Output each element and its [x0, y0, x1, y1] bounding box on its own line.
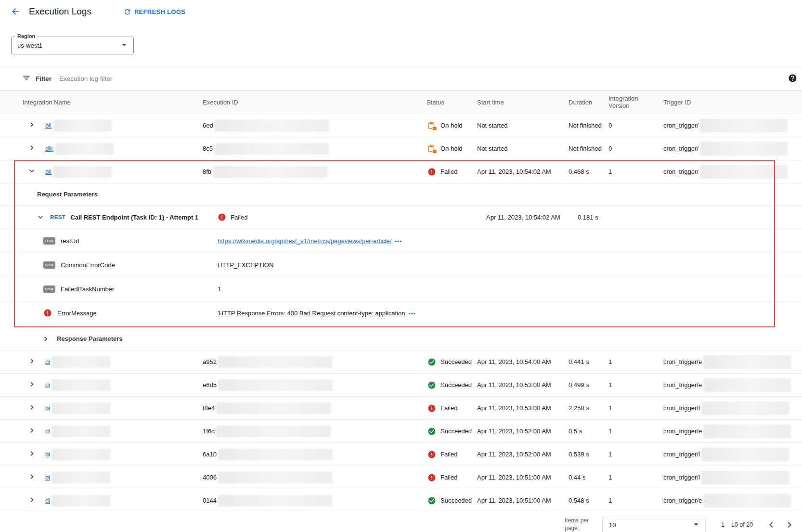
integration-name-link[interactable]: bil [45, 122, 52, 129]
items-per-page-value: 10 [609, 521, 616, 529]
succeeded-icon [427, 427, 436, 436]
redacted-integration-name [53, 119, 112, 132]
response-parameters-header: Response Parameters [0, 327, 802, 350]
execution-id-text: 6a10 [203, 451, 217, 458]
expand-chevron-icon[interactable] [27, 449, 37, 458]
duration: 0.548 s [566, 497, 606, 504]
failed-icon [427, 473, 436, 482]
start-time: Apr 11, 2023, 10:54:00 AM [474, 358, 566, 365]
collapse-task-chevron-icon[interactable] [36, 212, 45, 222]
parameter-value: HTTP_EXCEPTION [218, 261, 273, 269]
redacted-execution-id [218, 448, 333, 461]
integration-name-link[interactable]: bil [45, 168, 52, 175]
expand-chevron-icon[interactable] [27, 402, 37, 412]
redacted-execution-id [216, 425, 331, 438]
more-icon[interactable]: ••• [395, 238, 402, 244]
status-text: Succeeded [440, 358, 472, 365]
filter-label: Filter [36, 75, 52, 82]
column-header-trigger-id: Trigger ID [660, 99, 802, 106]
start-time: Not started [474, 145, 566, 152]
redacted-integration-name [53, 166, 112, 178]
execution-id-text: f8e4 [203, 404, 215, 412]
table-row: bi 6a10 Failed Apr 11, 2023, 10:52:00 AM… [0, 443, 802, 466]
items-per-page-select[interactable]: 10 [602, 517, 706, 532]
integration-name-link[interactable]: bi [45, 474, 50, 481]
filter-bar: Filter Execution log filter [0, 67, 802, 90]
region-select-value: us-west1 [17, 42, 42, 49]
redacted-trigger-id [703, 424, 791, 439]
expand-chevron-icon[interactable] [27, 166, 37, 176]
trigger-id-text: cron_trigger/e [663, 381, 702, 389]
trigger-id-text: cron_trigger/l [663, 474, 700, 481]
column-header-start-time: Start time [474, 99, 566, 106]
expand-chevron-icon[interactable] [27, 120, 37, 130]
string-type-icon: STR [43, 261, 55, 269]
table-header-row: Integration Name Execution ID Status Sta… [0, 90, 802, 114]
start-time: Apr 11, 2023, 10:52:00 AM [474, 451, 566, 458]
help-icon[interactable] [788, 74, 797, 84]
duration: 0.5 s [566, 428, 606, 435]
top-bar: Execution Logs REFRESH LOGS [0, 0, 802, 23]
previous-page-icon[interactable] [765, 519, 777, 531]
parameter-value: 1 [218, 285, 221, 293]
start-time: Apr 11, 2023, 10:51:00 AM [474, 474, 566, 481]
table-rows-bottom: di a952 Succeeded Apr 11, 2023, 10:54:00… [0, 350, 802, 512]
execution-id-text: 4006 [203, 474, 217, 481]
trigger-id-text: cron_trigger/e [663, 428, 702, 435]
redacted-execution-id [218, 471, 333, 484]
string-type-icon: STR [43, 285, 55, 293]
failed-icon [218, 213, 226, 221]
filter-icon [22, 74, 31, 84]
start-time: Apr 11, 2023, 10:54:02 AM [474, 168, 566, 175]
integration-name-link[interactable]: di [45, 428, 50, 435]
status-text: Succeeded [440, 428, 472, 435]
integration-version: 1 [606, 381, 660, 389]
onhold-icon [427, 144, 436, 153]
column-header-integration-name: Integration Name [0, 99, 200, 106]
rest-url-link[interactable]: https://wikimedia.org/api/rest_v1/metric… [218, 237, 391, 245]
filter-input[interactable]: Filter Execution log filter [22, 67, 788, 90]
succeeded-icon [427, 358, 436, 366]
expand-response-chevron-icon[interactable] [41, 334, 51, 344]
table-rows-top: bil 6ed On hold Not started Not finished… [0, 114, 802, 160]
redacted-integration-name [52, 379, 110, 391]
integration-version: 1 [606, 404, 660, 412]
redacted-trigger-id [701, 470, 789, 485]
table-row: di 0144 Succeeded Apr 11, 2023, 10:51:00… [0, 489, 802, 512]
parameter-row: STR restUrl https://wikimedia.org/api/re… [0, 229, 802, 253]
filter-placeholder: Execution log filter [59, 75, 112, 82]
region-select[interactable]: Region us-west1 [11, 37, 134, 54]
expand-chevron-icon[interactable] [27, 472, 37, 481]
start-time: Apr 11, 2023, 10:53:00 AM [474, 381, 566, 389]
integration-name-link[interactable]: di [45, 497, 50, 504]
redacted-trigger-id [703, 493, 791, 508]
integration-name-link[interactable]: di [45, 381, 50, 389]
refresh-logs-button[interactable]: REFRESH LOGS [123, 8, 185, 16]
back-arrow-icon[interactable] [10, 6, 21, 17]
integration-name-link[interactable]: dik [45, 145, 53, 152]
table-row: dik 8c5 On hold Not started Not finished… [0, 137, 802, 160]
table-row: di e6d5 Succeeded Apr 11, 2023, 10:53:00… [0, 374, 802, 397]
start-time: Apr 11, 2023, 10:52:00 AM [474, 428, 566, 435]
page-range-label: 1 – 10 of 20 [721, 521, 753, 528]
integration-name-link[interactable]: bi [45, 451, 50, 458]
more-icon[interactable]: ••• [409, 311, 416, 316]
redacted-integration-name [52, 494, 110, 507]
expand-chevron-icon[interactable] [27, 379, 37, 389]
expand-chevron-icon[interactable] [27, 426, 37, 435]
integration-name-link[interactable]: bi [45, 404, 50, 412]
trigger-id-text: cron_trigger/e [663, 497, 702, 504]
expand-chevron-icon[interactable] [27, 356, 37, 366]
expand-chevron-icon[interactable] [27, 143, 37, 153]
expand-chevron-icon[interactable] [27, 495, 37, 505]
integration-name-link[interactable]: di [45, 358, 50, 365]
status-text: Failed [440, 168, 457, 175]
succeeded-icon [427, 496, 436, 505]
parameter-name: FailedlTaskNumber [61, 285, 114, 293]
status-text: On hold [440, 122, 463, 129]
start-time: Apr 11, 2023, 10:53:00 AM [474, 404, 566, 412]
integration-version: 0 [606, 145, 660, 152]
region-select-label: Region [15, 33, 37, 39]
error-message-link[interactable]: 'HTTP Response Errors: 400 Bad Request c… [218, 310, 405, 317]
next-page-icon[interactable] [784, 519, 795, 531]
